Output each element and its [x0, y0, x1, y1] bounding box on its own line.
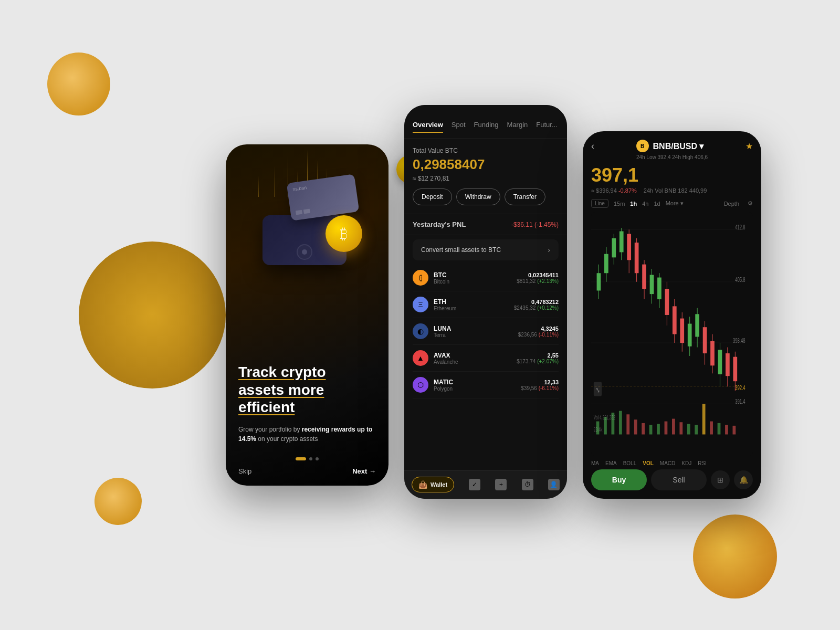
nav-clock[interactable]: ⏱: [522, 479, 533, 490]
matic-icon: ⬡: [413, 377, 428, 393]
matic-info: MATIC Polygon: [434, 379, 521, 392]
withdraw-button[interactable]: Withdraw: [456, 188, 500, 205]
pnl-value: -$36.11 (-1.45%): [511, 221, 559, 228]
svg-rect-61: [695, 425, 698, 434]
chart-actions: Buy Sell ⊞ 🔔: [591, 469, 753, 490]
nav-user[interactable]: 👤: [548, 479, 560, 490]
avax-info: AVAX Avalanche: [434, 352, 517, 365]
skip-button[interactable]: Skip: [238, 467, 251, 475]
indicator-kdj[interactable]: KDJ: [681, 460, 691, 466]
matic-values: 12,33 $39,56 (-6.11%): [521, 379, 559, 391]
avax-name: Avalanche: [434, 359, 517, 365]
luna-values: 4,3245 $236,56 (-0.11%): [518, 326, 559, 338]
chart-indicators: MA EMA BOLL VOL MACD KDJ RSI: [591, 460, 753, 466]
svg-rect-43: [726, 353, 730, 376]
tab-depth[interactable]: Depth: [724, 201, 739, 207]
asset-matic[interactable]: ⬡ MATIC Polygon 12,33 $39,56 (-6.11%): [413, 372, 559, 398]
svg-rect-59: [679, 422, 682, 434]
tab-line[interactable]: Line: [591, 199, 608, 208]
svg-rect-54: [642, 423, 645, 435]
nav-check[interactable]: ✓: [469, 479, 480, 490]
indicator-ema[interactable]: EMA: [605, 460, 617, 466]
action-buttons: Deposit Withdraw Transfer: [413, 188, 559, 205]
next-button[interactable]: Next →: [352, 467, 376, 475]
avax-amount: 2,55: [517, 352, 559, 359]
svg-rect-45: [733, 357, 737, 382]
pnl-label: Yestarday's PNL: [413, 220, 466, 228]
asset-avax[interactable]: ▲ AVAX Avalanche 2,55 $173.74 (+2.07%): [413, 345, 559, 372]
svg-text:23.4k: 23.4k: [594, 426, 603, 433]
svg-rect-55: [649, 425, 653, 434]
tab-15m[interactable]: 15m: [614, 201, 625, 207]
luna-info: LUNA Terra: [434, 325, 518, 338]
tab-4h[interactable]: 4h: [642, 201, 648, 207]
tab-1d[interactable]: 1d: [654, 201, 660, 207]
convert-row[interactable]: Convert small assets to BTC ›: [413, 239, 559, 260]
svg-rect-21: [642, 265, 646, 289]
decoration-coin-br: [693, 514, 777, 598]
svg-rect-62: [702, 404, 706, 434]
tab-futures[interactable]: Futur...: [536, 121, 557, 133]
nav-wallet[interactable]: 👜 Wallet: [412, 477, 454, 492]
svg-rect-9: [597, 273, 601, 290]
price-change: -0.87%: [618, 187, 637, 194]
eth-icon: Ξ: [413, 297, 428, 312]
svg-rect-37: [703, 327, 707, 353]
pnl-row: Yestarday's PNL -$36.11 (-1.45%): [404, 214, 567, 235]
tab-funding[interactable]: Funding: [474, 121, 499, 133]
indicator-vol[interactable]: VOL: [643, 460, 654, 466]
svg-rect-66: [733, 426, 736, 435]
nav-add[interactable]: +: [495, 479, 507, 490]
svg-rect-31: [680, 319, 684, 343]
svg-rect-39: [710, 341, 715, 366]
avax-values: 2,55 $173.74 (+2.07%): [517, 352, 559, 364]
back-icon[interactable]: ‹: [591, 141, 594, 152]
svg-rect-17: [627, 234, 631, 260]
indicator-rsi[interactable]: RSI: [698, 460, 707, 466]
luna-icon: ◐: [413, 323, 428, 339]
btc-values: 0,02345411 $811,32 (+2.13%): [517, 272, 559, 284]
vol-label: 24h Vol BNB 182 440,99: [644, 187, 707, 194]
favorite-icon[interactable]: ★: [746, 141, 753, 151]
tab-overview[interactable]: Overview: [413, 121, 443, 133]
onboarding-title-line2: assets more: [238, 382, 324, 398]
eth-usd: $2435,32 (+0.12%): [514, 305, 559, 311]
calculator-icon[interactable]: ⊞: [711, 470, 730, 489]
onboarding-subtitle: Grow your portfolio by receiving rewards…: [238, 425, 376, 444]
bell-icon[interactable]: 🔔: [734, 470, 753, 489]
indicator-macd[interactable]: MACD: [660, 460, 675, 466]
matic-usd: $39,56 (-6.11%): [521, 385, 559, 391]
deposit-button[interactable]: Deposit: [413, 188, 452, 205]
asset-btc[interactable]: ₿ BTC Bitcoin 0,02345411 $811,32 (+2.13%…: [413, 265, 559, 291]
asset-eth[interactable]: Ξ ETH Ethereum 0,4783212 $2435,32 (+0.12…: [413, 291, 559, 318]
dot-active: [296, 457, 306, 460]
tab-margin[interactable]: Margin: [507, 121, 528, 133]
asset-luna[interactable]: ◐ LUNA Terra 4,3245 $236,56 (-0.11%): [413, 318, 559, 345]
svg-rect-11: [604, 254, 608, 274]
settings-icon[interactable]: ⚙: [748, 200, 753, 207]
avax-symbol: AVAX: [434, 352, 517, 359]
indicator-boll[interactable]: BOLL: [623, 460, 637, 466]
transfer-button[interactable]: Transfer: [505, 188, 545, 205]
candlestick-chart: 412.8 405.8 398.48 391.4: [591, 212, 753, 456]
low-value: 392,4: [657, 154, 670, 160]
tab-more[interactable]: More ▾: [666, 200, 684, 207]
wallet-nav-label: Wallet: [430, 481, 447, 488]
phone-onboarding: ns.ban ₿ Track crypto assets more effici…: [226, 144, 388, 486]
onboarding-text: Track crypto assets more efficient Grow …: [238, 363, 376, 444]
svg-rect-41: [718, 350, 722, 374]
wallet-nav-pill: 👜 Wallet: [412, 477, 454, 492]
add-icon: +: [495, 479, 507, 490]
tab-1h[interactable]: 1h: [630, 201, 637, 207]
price-approx: ≈ $396,94: [591, 187, 618, 194]
buy-button[interactable]: Buy: [591, 469, 647, 490]
svg-rect-19: [635, 243, 639, 273]
eth-name: Ethereum: [434, 306, 514, 311]
sell-button[interactable]: Sell: [651, 469, 707, 490]
svg-rect-33: [688, 324, 692, 346]
high-value: 406,6: [695, 154, 708, 160]
tab-spot[interactable]: Spot: [452, 121, 466, 133]
indicator-ma[interactable]: MA: [591, 460, 599, 466]
pagination-dots: [296, 457, 319, 460]
chart-price-sub: ≈ $396,94 -0.87% 24h Vol BNB 182 440,99: [591, 187, 753, 194]
